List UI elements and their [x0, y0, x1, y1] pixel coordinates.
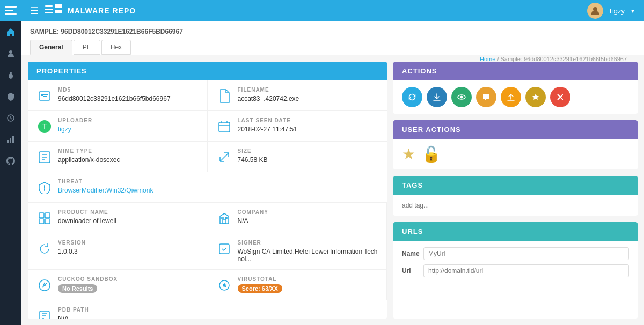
svg-rect-30	[225, 217, 227, 219]
pdb-icon	[36, 308, 53, 319]
svg-rect-28	[223, 219, 226, 224]
breadcrumb: Home / Sample: 96dd80012c33291e1621b66f5…	[480, 56, 627, 62]
filename-value: accat83_.420742.exe	[238, 95, 379, 102]
tab-general[interactable]: General	[30, 40, 72, 55]
svg-rect-11	[45, 9, 53, 10]
prop-mime: MIME TYPE application/x-dosexec	[28, 142, 208, 172]
svg-rect-27	[45, 219, 50, 224]
menu-icon[interactable]: ☰	[30, 5, 39, 17]
last-seen-label: LAST SEEN DATE	[238, 117, 379, 123]
svg-point-5	[10, 72, 12, 74]
properties-grid: MD5 96dd80012c33291e1621b66f5bd66967 FIL…	[28, 80, 387, 319]
user-actions-panel: USER ACTIONS ★ 🔓	[393, 120, 638, 169]
size-icon	[216, 149, 232, 165]
sidebar-item-github[interactable]	[0, 150, 21, 172]
action-buttons-container	[393, 80, 638, 114]
tab-pe[interactable]: PE	[74, 40, 100, 55]
url-name-input[interactable]	[423, 247, 629, 260]
url-url-label: Url	[402, 267, 418, 275]
prop-product: PRODUCT NAME downloader of lewell	[28, 203, 208, 233]
filename-label: FILENAME	[238, 87, 379, 93]
view-button[interactable]	[451, 87, 472, 107]
prop-md5: MD5 96dd80012c33291e1621b66f5bd66967	[28, 80, 208, 111]
prop-filename: FILENAME accat83_.420742.exe	[208, 80, 387, 111]
svg-rect-29	[222, 217, 223, 219]
svg-rect-18	[43, 94, 48, 95]
svg-rect-9	[12, 136, 14, 143]
filename-icon	[216, 88, 232, 104]
company-value: N/A	[238, 217, 378, 225]
prop-threat: THREAT BrowserModifier:Win32/Qiwmonk	[28, 172, 387, 203]
prop-cuckoo: CUCKOO SANDBOX No Results	[28, 270, 208, 300]
properties-panel: PROPERTIES MD5 96dd80012c33291e1621b66f5…	[28, 62, 387, 319]
user-actions-header: USER ACTIONS	[393, 120, 638, 139]
properties-header: PROPERTIES	[28, 62, 387, 80]
tags-header: TAGS	[393, 176, 638, 195]
uploader-icon: T	[36, 119, 53, 135]
refresh-button[interactable]	[402, 87, 422, 107]
threat-value[interactable]: BrowserModifier:Win32/Qiwmonk	[58, 187, 378, 194]
mime-icon	[36, 149, 53, 165]
svg-point-4	[9, 73, 13, 79]
company-icon	[216, 210, 232, 226]
virustotal-label: VIRUSTOTAL	[238, 276, 378, 282]
right-panel: ACTIONS	[393, 62, 638, 319]
sidebar-logo[interactable]	[0, 0, 21, 21]
comment-button[interactable]	[476, 87, 496, 107]
prop-virustotal: VIRUSTOTAL Score: 63/XX	[208, 270, 387, 300]
actions-header: ACTIONS	[393, 62, 638, 80]
sidebar-item-chart[interactable]	[0, 129, 21, 150]
md5-value: 96dd80012c33291e1621b66f5bd66967	[58, 95, 199, 102]
md5-icon	[36, 88, 53, 104]
sidebar-item-shield[interactable]	[0, 86, 21, 107]
tag-input[interactable]	[402, 202, 629, 209]
sidebar-item-home[interactable]	[0, 21, 21, 43]
md5-label: MD5	[58, 87, 199, 93]
brand: MALWARE REPO	[45, 4, 136, 17]
url-name-label: Name	[402, 250, 418, 257]
url-url-input[interactable]	[423, 264, 629, 277]
svg-rect-1	[5, 10, 13, 11]
pdb-label: PDB PATH	[58, 307, 378, 313]
breadcrumb-home[interactable]: Home	[480, 56, 495, 62]
last-seen-value: 2018-02-27 11:47:51	[238, 125, 379, 133]
svg-rect-19	[43, 96, 47, 97]
uploader-label: UPLOADER	[58, 117, 199, 123]
sidebar-item-clock[interactable]	[0, 107, 21, 129]
svg-text:T: T	[42, 122, 47, 131]
upload-button[interactable]	[501, 87, 521, 107]
page-title: SAMPLE: 96DD80012C33291E1621B66F5BD66967	[30, 28, 635, 35]
prop-version: VERSION 1.0.0.3	[28, 233, 208, 270]
svg-rect-13	[55, 4, 62, 8]
avatar[interactable]	[587, 3, 603, 19]
threat-label: THREAT	[58, 179, 378, 184]
unlock-icon[interactable]: 🔓	[422, 145, 441, 163]
topbar-right: Tigzy ▼	[587, 3, 635, 19]
dropdown-chevron-icon[interactable]: ▼	[630, 8, 635, 14]
tags-panel: TAGS	[393, 176, 638, 216]
prop-uploader: T UPLOADER tigzy	[28, 111, 208, 142]
topbar: ☰ MALWARE REPO Tigzy ▼	[21, 0, 644, 21]
tab-hex[interactable]: Hex	[101, 40, 131, 55]
sidebar-item-user[interactable]	[0, 43, 21, 64]
download-button[interactable]	[427, 87, 447, 107]
delete-button[interactable]	[550, 87, 570, 107]
size-value: 746.58 KB	[238, 156, 379, 164]
product-value: downloader of lewell	[58, 217, 199, 225]
share-button[interactable]	[525, 87, 546, 107]
svg-point-36	[460, 96, 463, 99]
size-label: SIZE	[238, 148, 379, 154]
signer-icon	[216, 241, 232, 257]
sidebar-item-bug[interactable]	[0, 64, 21, 86]
version-label: VERSION	[58, 240, 199, 246]
cuckoo-badge: No Results	[58, 284, 97, 293]
svg-point-33	[223, 284, 225, 286]
app-title: MALWARE REPO	[68, 6, 136, 15]
svg-rect-14	[55, 10, 62, 13]
star-icon[interactable]: ★	[402, 145, 415, 163]
uploader-value[interactable]: tigzy	[58, 125, 199, 133]
prop-size: SIZE 746.58 KB	[208, 142, 387, 172]
svg-rect-8	[10, 138, 11, 143]
svg-rect-24	[39, 213, 44, 218]
mime-label: MIME TYPE	[58, 148, 199, 154]
